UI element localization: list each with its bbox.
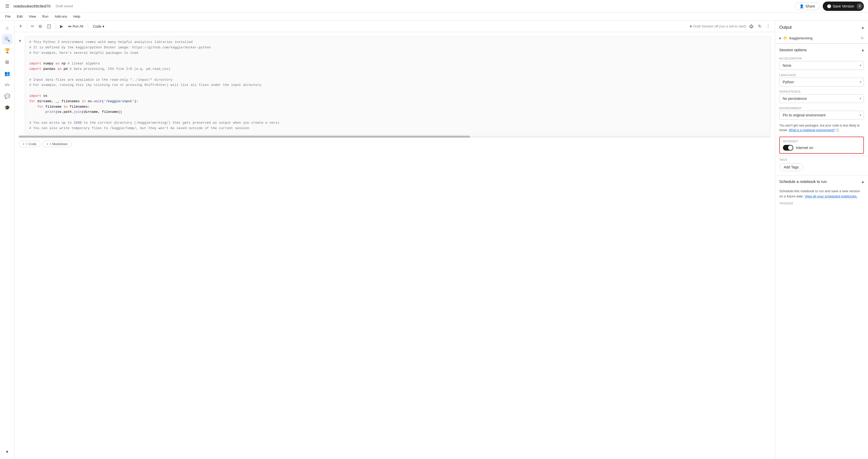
sidebar-item-home[interactable]: ⌂ — [2, 23, 12, 33]
scheduled-notebooks-link[interactable]: View all your scheduled notebooks. — [805, 194, 858, 198]
run-all-button[interactable]: ⏭ Run All — [66, 23, 85, 29]
language-select-wrapper: Python R — [779, 78, 864, 86]
more-icon: ⋮ — [766, 24, 770, 29]
discussion-icon: 💬 — [4, 93, 10, 99]
info-icon: ⓘ — [836, 128, 839, 132]
cut-icon: ✂ — [31, 24, 34, 29]
session-options-section: Session options ▴ ACCELERATOR None GPU T… — [775, 43, 868, 136]
internet-toggle-label: Internet on — [796, 146, 813, 150]
toolbar-separator-3 — [88, 23, 88, 30]
environment-label: ENVIRONMENT — [779, 106, 864, 110]
code-icon: </> — [4, 83, 9, 87]
accelerator-select[interactable]: None GPU TPU — [779, 61, 864, 70]
save-version-button[interactable]: 🕐 Save Version 0 — [823, 2, 864, 11]
tags-section: TAGS Add Tags — [775, 156, 868, 175]
session-options-collapse-button[interactable]: ▴ — [862, 47, 864, 52]
schedule-collapse-button[interactable]: ▴ — [862, 179, 864, 184]
users-icon: 👥 — [4, 71, 10, 76]
environment-select[interactable]: Pin to original environment Always use l… — [779, 111, 864, 120]
notebook-area: + ✂ ⧉ 📋 ▶ ⏭ Run All Code ▾ — [14, 21, 775, 459]
code-cell: ▶ # This Python 3 environment comes with… — [19, 36, 771, 134]
persistence-select-wrapper: No persistence Files only Variables and … — [779, 94, 864, 103]
dropdown-chevron-icon: ▾ — [102, 24, 104, 28]
accelerator-group: ACCELERATOR None GPU TPU — [779, 57, 864, 70]
menu-view[interactable]: View — [28, 14, 37, 19]
power-button[interactable]: ⏻ — [748, 23, 755, 30]
accelerator-select-wrapper: None GPU TPU — [779, 61, 864, 70]
main-layout: ⌂ 🔍 🏆 ⊞ 👥 </> 💬 🎓 ▾ + — [0, 21, 868, 459]
sidebar-item-expand[interactable]: ▾ — [2, 447, 12, 457]
tags-label: TAGS — [779, 158, 864, 161]
add-markdown-plus-icon: + — [46, 142, 49, 146]
internet-section: INTERNET ✓ Internet on — [779, 136, 864, 154]
file-tree-path: /kaggle/working — [789, 36, 812, 40]
cell-run-button[interactable]: ▶ — [19, 38, 22, 43]
file-tree-chevron-icon: ▶ — [779, 36, 782, 40]
cell-scrollbar[interactable] — [19, 135, 771, 137]
notebook-title: notebookec69c9ed70 — [13, 4, 51, 8]
sidebar-item-code[interactable]: </> — [2, 80, 12, 90]
more-button[interactable]: ⋮ — [765, 22, 772, 30]
internet-toggle[interactable]: ✓ — [783, 145, 793, 151]
topbar: ☰ notebookec69c9ed70 Draft saved 👤 Share… — [0, 0, 868, 12]
menu-addons[interactable]: Add-ons — [54, 14, 68, 19]
session-options-header[interactable]: Session options ▴ — [775, 44, 868, 55]
sidebar-item-datasets[interactable]: ⊞ — [2, 57, 12, 67]
sidebar-item-discussions[interactable]: 💬 — [2, 91, 12, 101]
language-select[interactable]: Python R — [779, 78, 864, 86]
add-cell-buttons: + + Code + + Markdown — [14, 139, 775, 149]
sidebar-item-community[interactable]: 👥 — [2, 68, 12, 79]
persistence-select[interactable]: No persistence Files only Variables and … — [779, 94, 864, 103]
left-sidebar: ⌂ 🔍 🏆 ⊞ 👥 </> 💬 🎓 ▾ — [0, 21, 14, 459]
run-cell-button[interactable]: ▶ — [58, 22, 65, 30]
trigger-label: TRIGGER — [779, 202, 864, 205]
output-collapse-button[interactable]: ▴ — [862, 25, 864, 30]
learn-icon: 🎓 — [4, 105, 10, 111]
menu-file[interactable]: File — [4, 14, 12, 19]
refresh-icon: ↻ — [861, 36, 864, 40]
menubar: File Edit View Run Add-ons Help — [0, 12, 868, 21]
cell-code-block[interactable]: # This Python 3 environment comes with m… — [25, 36, 771, 134]
menu-help[interactable]: Help — [72, 14, 82, 19]
cell-area: ▶ # This Python 3 environment comes with… — [14, 32, 775, 459]
schedule-header[interactable]: Schedule a notebook to run ▴ — [775, 176, 868, 187]
share-button[interactable]: 👤 Share — [795, 2, 819, 10]
draft-status: Draft saved — [56, 4, 73, 8]
cell-type-dropdown[interactable]: Code ▾ — [91, 23, 106, 30]
sidebar-item-learn[interactable]: 🎓 — [2, 102, 12, 113]
add-code-plus-icon: + — [23, 142, 25, 146]
menu-edit[interactable]: Edit — [16, 14, 24, 19]
sidebar-item-competitions[interactable]: 🏆 — [2, 45, 12, 56]
paste-button[interactable]: 📋 — [45, 22, 53, 30]
env-note-link[interactable]: What is a notebook environment? — [789, 128, 835, 132]
cell-content: # This Python 3 environment comes with m… — [25, 36, 771, 134]
schedule-body: Schedule this notebook to run and save a… — [775, 187, 868, 208]
version-count-badge: 0 — [857, 3, 863, 9]
hamburger-button[interactable]: ☰ — [4, 2, 10, 10]
share-icon: 👤 — [800, 4, 804, 8]
internet-label: INTERNET — [783, 140, 860, 143]
copy-button[interactable]: ⧉ — [37, 23, 43, 30]
schedule-section: Schedule a notebook to run ▴ Schedule th… — [775, 175, 868, 208]
cut-button[interactable]: ✂ — [29, 22, 36, 30]
schedule-title: Schedule a notebook to run — [779, 179, 827, 184]
environment-note: You won't get new packages, but your cod… — [779, 123, 864, 132]
menu-run[interactable]: Run — [41, 14, 50, 19]
output-title: Output — [779, 25, 792, 30]
file-tree-refresh-button[interactable]: ↻ — [861, 36, 864, 40]
add-cell-button[interactable]: + — [18, 22, 24, 31]
language-group: LANGUAGE Python R — [779, 73, 864, 86]
session-options-body: ACCELERATOR None GPU TPU LANGUAGE — [775, 55, 868, 136]
add-code-button[interactable]: + + Code — [19, 141, 40, 147]
fast-forward-icon: ⏭ — [68, 24, 72, 28]
file-tree-item[interactable]: ▶ 📁 /kaggle/working ↻ — [779, 35, 864, 41]
search-icon: 🔍 — [4, 36, 10, 42]
file-tree: ▶ 📁 /kaggle/working ↻ — [775, 33, 868, 43]
sidebar-item-search[interactable]: 🔍 — [2, 34, 12, 44]
refresh-button[interactable]: ↻ — [756, 22, 763, 30]
add-tags-button[interactable]: Add Tags — [779, 163, 803, 171]
add-markdown-button[interactable]: + + Markdown — [42, 141, 72, 147]
power-icon: ⏻ — [749, 24, 753, 29]
toolbar-separator-2 — [56, 23, 56, 30]
schedule-description: Schedule this notebook to run and save a… — [779, 189, 864, 199]
